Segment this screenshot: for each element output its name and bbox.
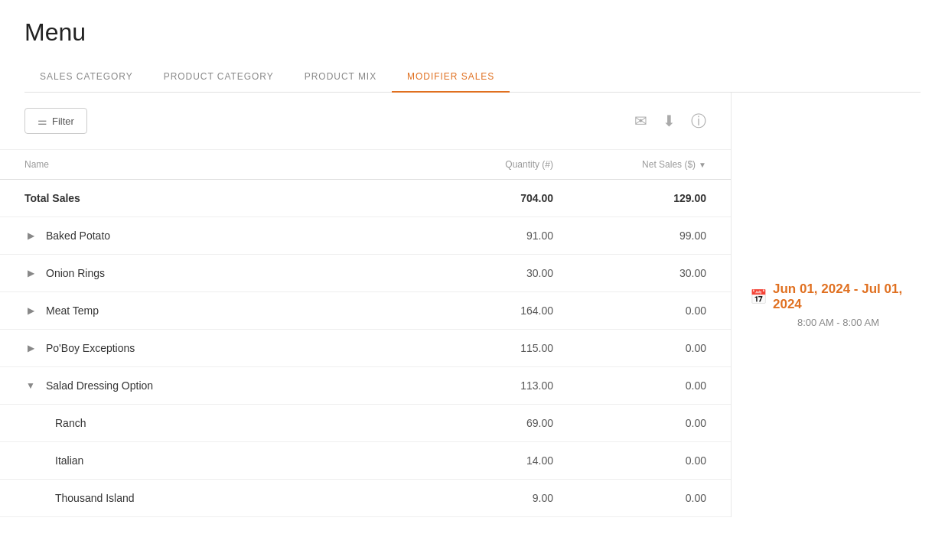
baked-potato-qty: 91.00 <box>400 230 553 242</box>
poboy-sales: 0.00 <box>553 342 706 354</box>
info-icon[interactable]: ⓘ <box>691 111 706 132</box>
row-total-sales: Total Sales 704.00 129.00 <box>0 180 731 217</box>
total-row-qty: 704.00 <box>400 192 553 204</box>
table-header-row: Name Quantity (#) Net Sales ($) ▼ <box>0 150 731 180</box>
col-header-quantity: Quantity (#) <box>400 159 553 170</box>
row-onion-rings: ▶ Onion Rings 30.00 30.00 <box>0 255 731 292</box>
page-header: Menu SALES CATEGORY PRODUCT CATEGORY PRO… <box>0 0 945 93</box>
row-meat-temp: ▶ Meat Temp 164.00 0.00 <box>0 292 731 330</box>
row-ranch: Ranch 69.00 0.00 <box>0 405 731 442</box>
total-row-name: Total Sales <box>24 192 400 204</box>
main-panel: ⚌ Filter ✉ ⬇ ⓘ Name Quantity (#) Net Sal… <box>0 93 731 517</box>
toolbar-actions: ✉ ⬇ ⓘ <box>634 111 706 132</box>
sort-icon[interactable]: ▼ <box>699 161 706 169</box>
salad-dressing-qty: 113.00 <box>400 379 553 392</box>
row-poboy-exceptions: ▶ Po'Boy Exceptions 115.00 0.00 <box>0 330 731 367</box>
filter-icon: ⚌ <box>37 115 47 127</box>
page-wrapper: Menu SALES CATEGORY PRODUCT CATEGORY PRO… <box>0 0 945 517</box>
meat-temp-name: ▶ Meat Temp <box>24 304 400 317</box>
meat-temp-expand-icon[interactable]: ▶ <box>24 305 37 316</box>
onion-rings-expand-icon[interactable]: ▶ <box>24 268 37 278</box>
total-row-sales: 129.00 <box>553 192 706 204</box>
poboy-name: ▶ Po'Boy Exceptions <box>24 342 400 354</box>
italian-qty: 14.00 <box>400 454 553 467</box>
baked-potato-label: Baked Potato <box>46 230 110 242</box>
meat-temp-label: Meat Temp <box>46 304 99 317</box>
thousand-island-label: Thousand Island <box>55 492 135 504</box>
row-italian: Italian 14.00 0.00 <box>0 442 731 480</box>
italian-name: Italian <box>55 454 400 467</box>
italian-sales: 0.00 <box>553 454 706 467</box>
poboy-label: Po'Boy Exceptions <box>46 342 135 354</box>
tabs-nav: SALES CATEGORY PRODUCT CATEGORY PRODUCT … <box>24 62 921 93</box>
onion-rings-sales: 30.00 <box>553 267 706 279</box>
ranch-name: Ranch <box>55 417 400 429</box>
col-header-name: Name <box>24 159 400 170</box>
filter-button[interactable]: ⚌ Filter <box>24 108 87 134</box>
download-icon[interactable]: ⬇ <box>663 112 676 130</box>
tab-product-mix[interactable]: PRODUCT MIX <box>289 62 392 93</box>
baked-potato-name: ▶ Baked Potato <box>24 230 400 242</box>
col-header-net-sales: Net Sales ($) ▼ <box>553 159 706 170</box>
baked-potato-sales: 99.00 <box>553 230 706 242</box>
calendar-icon: 📅 <box>750 288 767 305</box>
date-time: 8:00 AM - 8:00 AM <box>797 317 879 328</box>
italian-label: Italian <box>55 454 83 467</box>
thousand-island-qty: 9.00 <box>400 492 553 504</box>
ranch-sales: 0.00 <box>553 417 706 429</box>
mail-icon[interactable]: ✉ <box>634 112 647 130</box>
tab-sales-category[interactable]: SALES CATEGORY <box>24 62 148 93</box>
total-row-label: Total Sales <box>24 192 80 204</box>
salad-dressing-sales: 0.00 <box>553 379 706 392</box>
meat-temp-qty: 164.00 <box>400 304 553 317</box>
row-baked-potato: ▶ Baked Potato 91.00 99.00 <box>0 217 731 255</box>
tab-modifier-sales[interactable]: MODIFIER SALES <box>392 62 510 93</box>
thousand-island-name: Thousand Island <box>55 492 400 504</box>
thousand-island-sales: 0.00 <box>553 492 706 504</box>
page-title: Menu <box>24 18 921 47</box>
poboy-qty: 115.00 <box>400 342 553 354</box>
onion-rings-name: ▶ Onion Rings <box>24 267 400 279</box>
salad-dressing-label: Salad Dressing Option <box>46 379 153 392</box>
ranch-label: Ranch <box>55 417 86 429</box>
onion-rings-label: Onion Rings <box>46 267 105 279</box>
content-area: ⚌ Filter ✉ ⬇ ⓘ Name Quantity (#) Net Sal… <box>0 93 945 517</box>
poboy-expand-icon[interactable]: ▶ <box>24 343 37 353</box>
row-thousand-island: Thousand Island 9.00 0.00 <box>0 480 731 517</box>
date-header: 📅 Jun 01, 2024 - Jul 01, 2024 <box>750 282 927 312</box>
net-sales-label: Net Sales ($) <box>642 159 696 170</box>
toolbar: ⚌ Filter ✉ ⬇ ⓘ <box>0 93 731 150</box>
date-range[interactable]: Jun 01, 2024 - Jul 01, 2024 <box>773 282 927 312</box>
row-salad-dressing: ▼ Salad Dressing Option 113.00 0.00 <box>0 367 731 405</box>
salad-dressing-name: ▼ Salad Dressing Option <box>24 379 400 392</box>
filter-label: Filter <box>52 116 74 127</box>
date-panel: 📅 Jun 01, 2024 - Jul 01, 2024 8:00 AM - … <box>731 93 945 517</box>
onion-rings-qty: 30.00 <box>400 267 553 279</box>
tab-product-category[interactable]: PRODUCT CATEGORY <box>148 62 289 93</box>
baked-potato-expand-icon[interactable]: ▶ <box>24 230 37 241</box>
salad-dressing-expand-icon[interactable]: ▼ <box>24 380 37 391</box>
ranch-qty: 69.00 <box>400 417 553 429</box>
meat-temp-sales: 0.00 <box>553 304 706 317</box>
